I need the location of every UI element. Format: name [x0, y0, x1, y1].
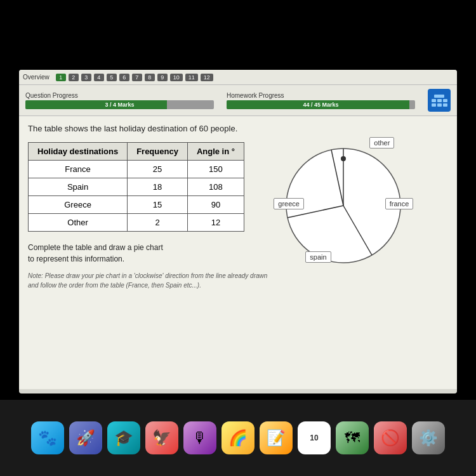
- col-header-angle: Angle in °: [187, 143, 244, 161]
- dest-spain: Spain: [29, 178, 128, 196]
- nav-num-8[interactable]: 8: [145, 74, 155, 81]
- dock-no[interactable]: 🚫: [374, 421, 407, 454]
- angle-other: 12: [187, 214, 244, 232]
- pie-label-other: other: [369, 137, 394, 149]
- nav-num-2[interactable]: 2: [69, 74, 79, 81]
- nav-num-1[interactable]: 1: [56, 74, 66, 81]
- nav-num-5[interactable]: 5: [107, 74, 117, 81]
- dock: 🐾 🚀 🎓 🦅 🎙 🌈 📝 10 🗺 🚫 ⚙️: [0, 400, 476, 476]
- angle-spain: 108: [187, 178, 244, 196]
- content-area: Holiday destinations Frequency Angle in …: [28, 142, 448, 290]
- col-header-frequency: Frequency: [128, 143, 188, 161]
- table-container: Holiday destinations Frequency Angle in …: [28, 142, 267, 290]
- question-progress-group: Question Progress 3 / 4 Marks: [25, 92, 214, 109]
- homework-progress-text: 44 / 45 Marks: [303, 102, 338, 108]
- table-row: Other 2 12: [29, 214, 244, 232]
- dock-gear[interactable]: ⚙️: [412, 421, 445, 454]
- dock-launchpad[interactable]: 🚀: [69, 421, 102, 454]
- question-progress-text: 3 / 4 Marks: [105, 102, 134, 108]
- note-text: Note: Please draw your pie chart in a 'c…: [28, 271, 267, 290]
- holiday-table: Holiday destinations Frequency Angle in …: [28, 142, 244, 232]
- nav-num-11[interactable]: 11: [185, 74, 198, 81]
- nav-num-12[interactable]: 12: [201, 74, 213, 81]
- col-header-destination: Holiday destinations: [29, 143, 128, 161]
- nav-num-3[interactable]: 3: [81, 74, 91, 81]
- dock-maps[interactable]: 🗺: [336, 421, 369, 454]
- dock-calendar[interactable]: 10: [298, 421, 331, 454]
- dock-finder[interactable]: 🐾: [31, 421, 64, 454]
- pie-chart-wrapper: other france spain greece: [280, 142, 407, 269]
- progress-section: Question Progress 3 / 4 Marks Homework P…: [19, 85, 457, 116]
- table-row: France 25 150: [29, 161, 244, 178]
- question-progress-bar: 3 / 4 Marks: [25, 100, 214, 109]
- pie-chart-container: other france spain greece: [280, 142, 407, 269]
- angle-france: 150: [187, 161, 244, 178]
- svg-point-5: [341, 156, 346, 161]
- calculator-icon[interactable]: [428, 89, 451, 112]
- table-row: Greece 15 90: [29, 196, 244, 214]
- dest-greece: Greece: [29, 196, 128, 214]
- nav-num-7[interactable]: 7: [132, 74, 142, 81]
- homework-progress-bar: 44 / 45 Marks: [227, 100, 415, 109]
- nav-bar: Overview 1 2 3 4 5 6 7 8 9 10 11 12: [19, 70, 457, 85]
- question-progress-fill: [25, 100, 167, 109]
- freq-greece: 15: [128, 196, 188, 214]
- dest-other: Other: [29, 214, 128, 232]
- freq-other: 2: [128, 214, 188, 232]
- main-content: The table shows the last holiday destina…: [19, 116, 457, 389]
- dock-astro[interactable]: 🎓: [107, 421, 140, 454]
- screen: Overview 1 2 3 4 5 6 7 8 9 10 11 12 Ques…: [19, 70, 457, 393]
- nav-overview-label[interactable]: Overview: [23, 74, 50, 81]
- pie-label-france: france: [385, 198, 414, 209]
- instruction-text: Complete the table and draw a pie chartt…: [28, 242, 267, 265]
- freq-france: 25: [128, 161, 188, 178]
- pie-label-spain: spain: [305, 251, 331, 263]
- nav-num-4[interactable]: 4: [94, 74, 104, 81]
- angle-greece: 90: [187, 196, 244, 214]
- nav-num-10[interactable]: 10: [170, 74, 183, 81]
- question-progress-label: Question Progress: [25, 92, 214, 99]
- bottom-section: Complete the table and draw a pie chartt…: [28, 242, 267, 290]
- freq-spain: 18: [128, 178, 188, 196]
- table-row: Spain 18 108: [29, 178, 244, 196]
- homework-progress-label: Homework Progress: [227, 92, 415, 99]
- dock-color[interactable]: 🌈: [221, 421, 255, 454]
- nav-num-6[interactable]: 6: [119, 74, 129, 81]
- dest-france: France: [29, 161, 128, 178]
- pie-label-greece: greece: [274, 198, 304, 209]
- question-text: The table shows the last holiday destina…: [28, 124, 448, 133]
- dock-siri[interactable]: 🎙: [183, 421, 216, 454]
- dock-notes[interactable]: 📝: [260, 421, 293, 454]
- homework-progress-group: Homework Progress 44 / 45 Marks: [227, 92, 415, 109]
- nav-num-9[interactable]: 9: [157, 74, 168, 81]
- dock-photo[interactable]: 🦅: [145, 421, 178, 454]
